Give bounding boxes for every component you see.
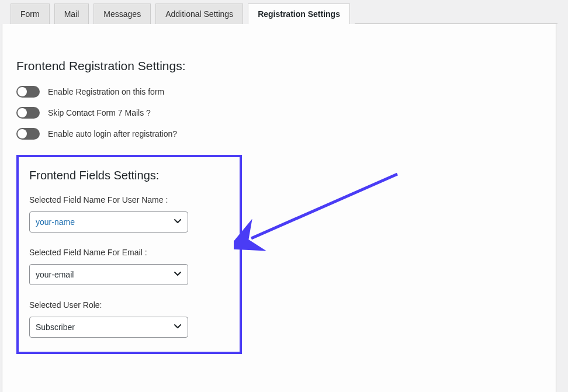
email-select-wrap: your-email — [29, 264, 188, 285]
toggle-enable-registration[interactable] — [16, 86, 40, 98]
role-select-wrap: Subscriber — [29, 317, 188, 338]
email-select[interactable]: your-email — [29, 264, 188, 285]
tab-underline — [355, 23, 557, 24]
fields-settings-box: Frontend Fields Settings: Selected Field… — [16, 155, 242, 354]
tab-messages[interactable]: Messages — [93, 4, 151, 24]
tabs-bar: Form Mail Messages Additional Settings R… — [0, 0, 568, 24]
toggle-row-auto-login: Enable auto login after registration? — [16, 128, 542, 140]
tab-content: Frontend Registration Settings: Enable R… — [2, 24, 556, 392]
username-field-label: Selected Field Name For User Name : — [29, 195, 229, 204]
toggle-auto-login[interactable] — [16, 128, 40, 140]
role-field-label: Selected User Role: — [29, 300, 229, 310]
fields-section-title: Frontend Fields Settings: — [29, 169, 229, 182]
username-select[interactable]: your-name — [29, 211, 188, 233]
role-select[interactable]: Subscriber — [29, 317, 188, 338]
toggle-skip-mails-label: Skip Contact Form 7 Mails ? — [48, 108, 151, 117]
toggle-skip-mails[interactable] — [16, 107, 40, 119]
toggle-enable-label: Enable Registration on this form — [48, 87, 164, 96]
tab-registration-settings[interactable]: Registration Settings — [248, 4, 350, 24]
tab-mail[interactable]: Mail — [54, 4, 89, 24]
toggle-auto-login-label: Enable auto login after registration? — [48, 129, 177, 138]
toggle-row-enable: Enable Registration on this form — [16, 86, 542, 98]
registration-section-title: Frontend Registration Settings: — [16, 59, 542, 73]
username-select-wrap: your-name — [29, 211, 188, 233]
toggle-row-skip-mails: Skip Contact Form 7 Mails ? — [16, 107, 542, 119]
tab-form[interactable]: Form — [11, 4, 50, 24]
email-field-label: Selected Field Name For Email : — [29, 248, 229, 257]
tab-additional-settings[interactable]: Additional Settings — [155, 4, 243, 24]
